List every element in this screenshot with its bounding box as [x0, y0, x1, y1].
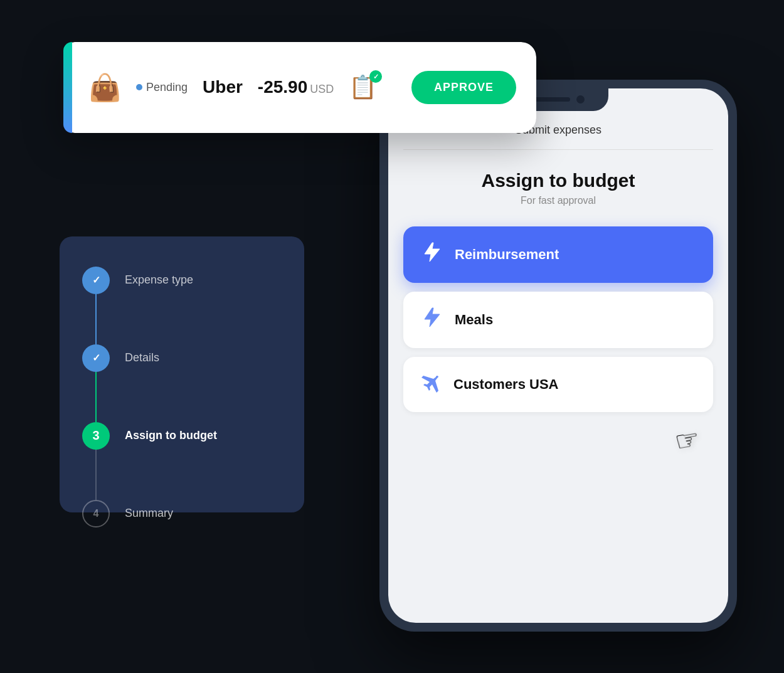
reimbursement-label: Reimbursement [455, 246, 559, 263]
phone-speaker [532, 97, 570, 102]
scene: 👜 Pending Uber -25.90USD 📋 ✓ APPROVE ✓ E… [47, 29, 737, 644]
step-4: 4 Summary [82, 500, 282, 527]
customers-usa-icon [418, 371, 441, 398]
phone-inner: Submit expenses Assign to budget For fas… [388, 88, 728, 623]
budget-item-meals[interactable]: Meals [403, 292, 713, 348]
amount-value: -25.90 [258, 77, 307, 97]
customers-usa-label: Customers USA [453, 376, 558, 393]
reimbursement-icon [418, 240, 442, 269]
receipt-check-badge: ✓ [369, 70, 382, 83]
pending-text: Pending [146, 81, 188, 94]
budget-item-reimbursement[interactable]: Reimbursement [403, 226, 713, 283]
assign-heading: Assign to budget [403, 170, 713, 191]
step-1: ✓ Expense type [82, 267, 282, 294]
step-2-circle: ✓ [82, 344, 110, 372]
step-4-label: Summary [125, 507, 173, 520]
phone-screen: Submit expenses Assign to budget For fas… [388, 88, 728, 623]
step-3-label: Assign to budget [125, 429, 217, 442]
step-2: ✓ Details [82, 344, 282, 372]
step-2-label: Details [125, 351, 159, 364]
step-3-circle: 3 [82, 422, 110, 450]
step-1-circle: ✓ [82, 267, 110, 294]
meals-icon [418, 305, 442, 334]
receipt-icon: 📋 ✓ [349, 74, 377, 100]
wallet-icon: 👜 [88, 72, 121, 103]
approval-card: 👜 Pending Uber -25.90USD 📋 ✓ APPROVE [60, 42, 536, 133]
assign-subheading: For fast approval [403, 195, 713, 206]
phone-outer: Submit expenses Assign to budget For fas… [379, 80, 737, 632]
phone-camera [576, 95, 585, 103]
phone-mockup: Submit expenses Assign to budget For fas… [379, 80, 737, 632]
meals-label: Meals [455, 312, 493, 328]
pending-dot [136, 84, 142, 90]
budget-item-customers-usa[interactable]: Customers USA [403, 357, 713, 412]
steps-card: ✓ Expense type ✓ Details 3 Assign to bud… [60, 236, 304, 512]
amount-currency: USD [310, 83, 334, 95]
merchant-name: Uber [203, 77, 243, 97]
approve-button[interactable]: APPROVE [411, 71, 516, 104]
step-3: 3 Assign to budget [82, 422, 282, 450]
amount: -25.90USD [258, 77, 334, 97]
step-1-label: Expense type [125, 273, 193, 287]
step-4-circle: 4 [82, 500, 110, 527]
pending-status: Pending [136, 81, 188, 94]
